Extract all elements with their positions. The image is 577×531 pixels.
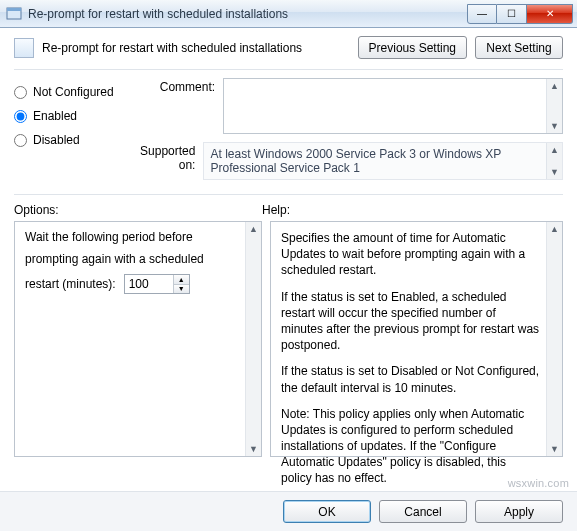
scroll-up-icon[interactable]: ▲ (550, 222, 559, 236)
scrollbar[interactable]: ▲ ▼ (546, 222, 562, 456)
scroll-down-icon[interactable]: ▼ (550, 165, 559, 179)
comment-label: Comment: (137, 78, 215, 94)
watermark: wsxwin.com (508, 477, 569, 489)
radio-label: Enabled (33, 109, 77, 123)
scroll-down-icon[interactable]: ▼ (550, 119, 559, 133)
radio-enabled[interactable]: Enabled (14, 104, 127, 128)
cancel-button[interactable]: Cancel (379, 500, 467, 523)
scroll-down-icon[interactable]: ▼ (550, 442, 559, 456)
options-panel: Wait the following period before prompti… (14, 221, 262, 457)
scroll-up-icon[interactable]: ▲ (550, 143, 559, 157)
option-text: prompting again with a scheduled (25, 252, 251, 266)
help-panel: Specifies the amount of time for Automat… (270, 221, 563, 457)
radio-disabled-input[interactable] (14, 134, 27, 147)
ok-button[interactable]: OK (283, 500, 371, 523)
minimize-button[interactable]: — (467, 4, 497, 24)
close-button[interactable]: ✕ (527, 4, 573, 24)
policy-icon (14, 38, 34, 58)
help-paragraph: If the status is set to Enabled, a sched… (281, 289, 540, 354)
restart-minutes-stepper[interactable]: ▲ ▼ (124, 274, 190, 294)
page-title: Re-prompt for restart with scheduled ins… (42, 41, 302, 55)
spin-down-button[interactable]: ▼ (174, 285, 189, 294)
state-radio-group: Not Configured Enabled Disabled (14, 78, 127, 188)
radio-label: Not Configured (33, 85, 114, 99)
titlebar[interactable]: Re-prompt for restart with scheduled ins… (0, 0, 577, 28)
maximize-button[interactable]: ☐ (497, 4, 527, 24)
options-label: Options: (14, 203, 262, 217)
window-controls: — ☐ ✕ (467, 4, 573, 24)
help-label: Help: (262, 203, 290, 217)
comment-input[interactable]: ▲ ▼ (223, 78, 563, 134)
restart-minutes-label: restart (minutes): (25, 277, 116, 291)
radio-not-configured[interactable]: Not Configured (14, 80, 127, 104)
app-icon (6, 6, 22, 22)
help-paragraph: Specifies the amount of time for Automat… (281, 230, 540, 279)
next-setting-button[interactable]: Next Setting (475, 36, 563, 59)
help-paragraph: If the status is set to Disabled or Not … (281, 363, 540, 395)
radio-enabled-input[interactable] (14, 110, 27, 123)
help-paragraph: Note: This policy applies only when Auto… (281, 406, 540, 487)
restart-minutes-input[interactable] (125, 275, 173, 293)
scrollbar[interactable]: ▲ ▼ (546, 79, 562, 133)
apply-button[interactable]: Apply (475, 500, 563, 523)
footer: OK Cancel Apply (0, 491, 577, 531)
divider (14, 194, 563, 195)
scroll-up-icon[interactable]: ▲ (249, 222, 258, 236)
radio-not-configured-input[interactable] (14, 86, 27, 99)
scroll-down-icon[interactable]: ▼ (249, 442, 258, 456)
scrollbar[interactable]: ▲ ▼ (546, 143, 562, 179)
scroll-up-icon[interactable]: ▲ (550, 79, 559, 93)
radio-label: Disabled (33, 133, 80, 147)
supported-on-label: Supported on: (137, 142, 195, 172)
scrollbar[interactable]: ▲ ▼ (245, 222, 261, 456)
window-title: Re-prompt for restart with scheduled ins… (28, 7, 288, 21)
svg-rect-1 (7, 8, 21, 11)
previous-setting-button[interactable]: Previous Setting (358, 36, 467, 59)
divider (14, 69, 563, 70)
header-row: Re-prompt for restart with scheduled ins… (14, 36, 563, 59)
spin-up-button[interactable]: ▲ (174, 275, 189, 285)
radio-disabled[interactable]: Disabled (14, 128, 127, 152)
option-text: Wait the following period before (25, 230, 251, 244)
supported-on-value: At least Windows 2000 Service Pack 3 or … (203, 142, 563, 180)
